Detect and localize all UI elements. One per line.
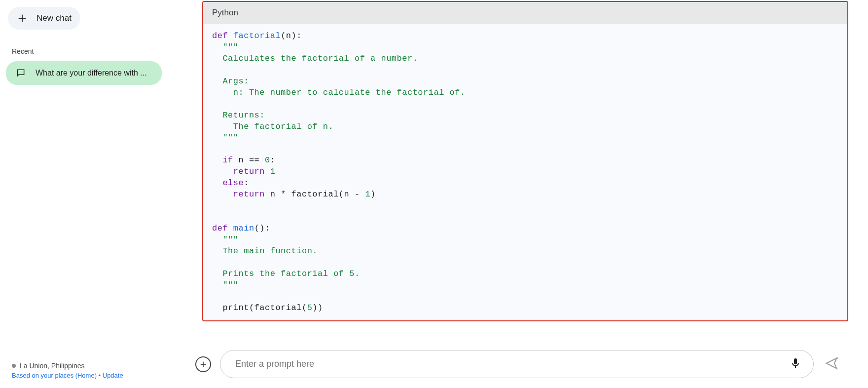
sidebar-footer: La Union, Philippines Based on your plac… bbox=[4, 362, 164, 381]
prompt-input[interactable] bbox=[235, 359, 788, 369]
send-button[interactable] bbox=[823, 354, 840, 374]
mic-button[interactable] bbox=[788, 355, 803, 373]
code-language-label: Python bbox=[203, 2, 847, 24]
send-icon bbox=[825, 356, 838, 370]
recent-heading: Recent bbox=[12, 47, 164, 55]
add-button[interactable] bbox=[195, 356, 211, 372]
composer-bar bbox=[168, 341, 868, 388]
location-subtext[interactable]: Based on your places (Home) • Update bbox=[12, 372, 156, 379]
sidebar: New chat Recent What are your difference… bbox=[0, 0, 168, 388]
main-area: Python def factorial(n): """ Calculates … bbox=[168, 0, 868, 388]
svg-rect-4 bbox=[795, 366, 796, 368]
mic-icon bbox=[790, 357, 801, 369]
plus-circle-icon bbox=[199, 360, 208, 369]
plus-icon bbox=[17, 13, 28, 24]
svg-point-5 bbox=[836, 357, 838, 359]
conversation-scroll[interactable]: Python def factorial(n): """ Calculates … bbox=[168, 0, 868, 341]
new-chat-button[interactable]: New chat bbox=[8, 7, 80, 30]
code-block: Python def factorial(n): """ Calculates … bbox=[202, 1, 848, 321]
location-dot-icon bbox=[12, 364, 16, 368]
sidebar-chat-item[interactable]: What are your difference with ... bbox=[6, 61, 162, 85]
code-content[interactable]: def factorial(n): """ Calculates the fac… bbox=[203, 24, 847, 320]
new-chat-label: New chat bbox=[36, 13, 72, 23]
location-text: La Union, Philippines bbox=[20, 362, 85, 370]
chat-icon bbox=[14, 66, 28, 80]
sidebar-chat-label: What are your difference with ... bbox=[36, 69, 147, 78]
prompt-input-wrap[interactable] bbox=[220, 350, 814, 378]
